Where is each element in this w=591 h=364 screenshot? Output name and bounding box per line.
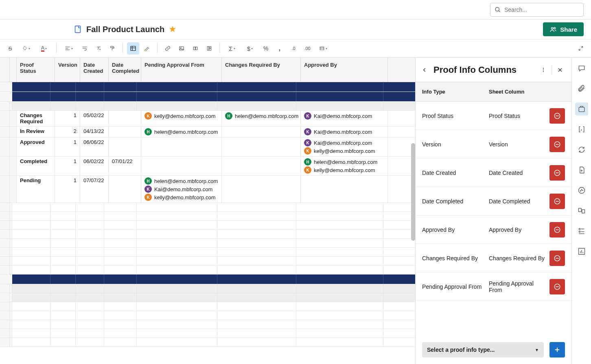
cell-date-completed[interactable]: 07/01/22 — [109, 157, 141, 175]
cell-changes-required[interactable] — [222, 157, 301, 175]
grid-area[interactable]: Proof Status Version Date Created Date C… — [0, 58, 415, 364]
share-button[interactable]: Share — [543, 22, 584, 36]
remove-mapping-button[interactable] — [549, 222, 565, 238]
cell-proof-status[interactable]: Completed — [17, 157, 55, 175]
table-row[interactable]: Approved106/06/22KKai@demo.mbfcorp.comKk… — [0, 137, 415, 157]
table-row[interactable] — [0, 338, 415, 347]
table-row[interactable] — [0, 284, 415, 293]
table-row[interactable]: Completed106/02/2207/01/22Hhelen@demo.mb… — [0, 157, 415, 176]
table-row[interactable] — [0, 212, 415, 221]
cell-version[interactable]: 1 — [55, 111, 80, 126]
cell-proof-status[interactable]: Approved — [17, 137, 55, 156]
table-row[interactable]: Changes Required105/02/22Kkelly@demo.mbf… — [0, 111, 415, 126]
cell-approved-by[interactable]: Hhelen@demo.mbfcorp.comKkelly@demo.mbfco… — [301, 157, 388, 175]
paint-format-button[interactable] — [106, 42, 118, 54]
rail-brackets-button[interactable] — [575, 123, 588, 136]
search-input[interactable] — [504, 7, 579, 13]
cell-version[interactable]: 1 — [55, 157, 80, 175]
rail-refresh-button[interactable] — [575, 143, 588, 156]
cell-proof-status[interactable]: Pending — [17, 176, 55, 203]
remove-mapping-button[interactable] — [549, 251, 565, 266]
table-row[interactable] — [0, 320, 415, 329]
cell-pending-approval[interactable] — [141, 137, 222, 156]
table-view-button[interactable] — [127, 42, 139, 54]
currency-button[interactable]: $▾ — [242, 42, 258, 54]
fill-color-button[interactable]: ▾ — [18, 42, 34, 54]
remove-mapping-button[interactable] — [549, 137, 565, 152]
cell-changes-required[interactable] — [222, 126, 301, 137]
cell-date-created[interactable]: 04/13/22 — [80, 126, 109, 137]
table-row[interactable] — [0, 92, 415, 102]
strikethrough-button[interactable]: S — [4, 42, 16, 54]
cell-date-completed[interactable] — [109, 137, 141, 156]
cell-approved-by[interactable] — [301, 176, 388, 203]
cell-date-created[interactable]: 07/07/22 — [80, 176, 109, 203]
cell-date-created[interactable]: 05/02/22 — [80, 111, 109, 126]
cell-pending-approval[interactable]: Kkelly@demo.mbfcorp.com — [141, 111, 222, 126]
table-row[interactable] — [0, 82, 415, 92]
highlighter-button[interactable] — [141, 42, 153, 54]
rail-activity-button[interactable] — [575, 184, 588, 197]
column-header-approved-by[interactable]: Approved By — [301, 58, 388, 82]
rail-settings-list-button[interactable] — [575, 225, 588, 238]
table-row[interactable] — [0, 311, 415, 320]
add-column-button[interactable] — [549, 342, 565, 357]
panel-menu-button[interactable] — [538, 64, 549, 76]
cell-proof-status[interactable]: Changes Required — [17, 111, 55, 126]
column-header-proof-status[interactable]: Proof Status — [17, 58, 55, 82]
thousands-button[interactable]: , — [274, 42, 286, 54]
table-row[interactable] — [0, 266, 415, 275]
more-formats-button[interactable]: ▾ — [315, 42, 331, 54]
cell-date-completed[interactable] — [109, 126, 141, 137]
cell-proof-status[interactable]: In Review — [17, 126, 55, 137]
column-header-version[interactable]: Version — [55, 58, 80, 82]
decrease-decimal-button[interactable]: .0 — [287, 42, 300, 54]
rail-attachments-button[interactable] — [575, 82, 588, 95]
table-row[interactable] — [0, 293, 415, 302]
row-number-header[interactable] — [0, 58, 10, 82]
scrollbar-thumb[interactable] — [411, 143, 415, 241]
rail-comments-button[interactable] — [575, 62, 588, 75]
table-row[interactable] — [0, 203, 415, 212]
table-row[interactable] — [0, 302, 415, 311]
functions-button[interactable]: Σ▾ — [224, 42, 240, 54]
remove-mapping-button[interactable] — [549, 165, 565, 181]
search-box[interactable] — [490, 3, 584, 17]
cell-version[interactable]: 1 — [55, 176, 80, 203]
table-row[interactable] — [0, 102, 415, 111]
cell-changes-required[interactable] — [222, 137, 301, 156]
table-row[interactable] — [0, 275, 415, 284]
table-row[interactable] — [0, 248, 415, 257]
table-row[interactable] — [0, 329, 415, 338]
rail-cell-link-button[interactable] — [575, 204, 588, 217]
wrap-text-button[interactable] — [79, 42, 91, 54]
percent-button[interactable]: % — [260, 42, 272, 54]
proof-info-type-select[interactable]: Select a proof info type... ▼ — [422, 342, 544, 357]
insert-button-2[interactable] — [203, 42, 215, 54]
table-row[interactable] — [0, 257, 415, 266]
remove-mapping-button[interactable] — [549, 279, 565, 294]
cell-version[interactable]: 2 — [55, 126, 80, 137]
cell-version[interactable]: 1 — [55, 137, 80, 156]
rail-add-file-button[interactable] — [575, 163, 588, 177]
table-row[interactable] — [0, 221, 415, 230]
cell-approved-by[interactable]: KKai@demo.mbfcorp.comKkelly@demo.mbfcorp… — [301, 137, 388, 156]
panel-back-button[interactable] — [419, 64, 430, 76]
cell-pending-approval[interactable]: Hhelen@demo.mbfcorp.com — [141, 126, 222, 137]
align-button[interactable]: ▾ — [61, 42, 77, 54]
cell-date-completed[interactable] — [109, 111, 141, 126]
cell-date-created[interactable]: 06/02/22 — [80, 157, 109, 175]
cell-approved-by[interactable]: KKai@demo.mbfcorp.com — [301, 111, 388, 126]
increase-decimal-button[interactable]: .00 — [301, 42, 313, 54]
table-row[interactable]: In Review204/13/22Hhelen@demo.mbfcorp.co… — [0, 126, 415, 137]
cell-date-created[interactable]: 06/06/22 — [80, 137, 109, 156]
rail-proof-button[interactable] — [575, 102, 588, 116]
cell-date-completed[interactable] — [109, 176, 141, 203]
favorite-star-icon[interactable] — [169, 25, 177, 33]
table-row[interactable] — [0, 239, 415, 248]
cell-approved-by[interactable]: KKai@demo.mbfcorp.com — [301, 126, 388, 137]
table-row[interactable]: Pending107/07/22Hhelen@demo.mbfcorp.comK… — [0, 176, 415, 203]
column-header-date-created[interactable]: Date Created — [80, 58, 109, 82]
rail-chart-button[interactable] — [575, 245, 588, 258]
panel-close-button[interactable] — [554, 64, 566, 76]
